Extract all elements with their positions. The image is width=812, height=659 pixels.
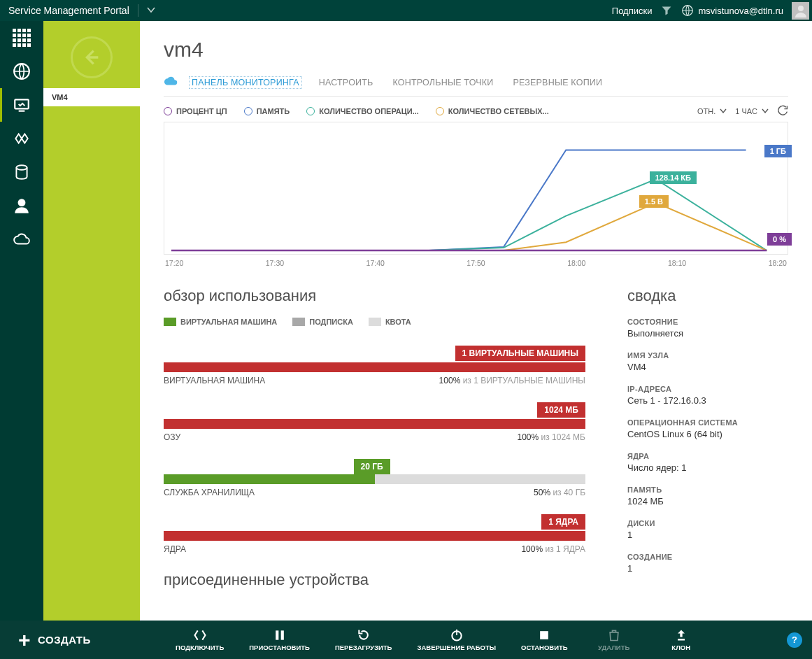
summary-label: ОПЕРАЦИОННАЯ СИСТЕМА xyxy=(627,418,788,427)
user-email[interactable]: msvistunova@dtln.ru xyxy=(698,6,783,16)
axis-tick: 18:20 xyxy=(769,259,787,267)
dot-icon xyxy=(164,107,172,115)
metric-cpu[interactable]: ПРОЦЕНТ ЦП xyxy=(164,107,227,115)
legend-label: ВИРТУАЛЬНАЯ МАШИНА xyxy=(180,318,277,326)
cmd-label: УДАЛИТЬ xyxy=(598,644,629,651)
subscriptions-link[interactable]: Подписки xyxy=(612,6,653,16)
summary-value: 1 xyxy=(627,563,788,574)
back-button[interactable] xyxy=(71,36,113,78)
restart-icon xyxy=(357,628,371,642)
svg-rect-8 xyxy=(280,630,283,639)
cmd-shutdown[interactable]: ЗАВЕРШЕНИЕ РАБОТЫ xyxy=(417,628,496,651)
dot-icon xyxy=(306,107,315,115)
tab-checkpoints[interactable]: КОНТРОЛЬНЫЕ ТОЧКИ xyxy=(392,78,493,87)
app-title: Service Management Portal xyxy=(8,5,129,16)
summary-item: ОПЕРАЦИОННАЯ СИСТЕМА CentOS Linux 6 (64 … xyxy=(627,418,788,439)
usage-bar xyxy=(164,531,585,541)
metric-label: КОЛИЧЕСТВО СЕТЕВЫХ... xyxy=(448,107,549,115)
legend-label: ПОДПИСКА xyxy=(309,318,353,326)
delete-icon xyxy=(607,628,621,642)
chart-badge-memory: 1 ГБ xyxy=(764,145,792,157)
summary-item: IP-АДРЕСА Сеть 1 - 172.16.0.3 xyxy=(627,385,788,406)
clone-icon xyxy=(674,628,688,642)
cmd-connect[interactable]: ПОДКЛЮЧИТЬ xyxy=(176,628,224,651)
usage-block: 1 ЯДРА ЯДРА 100% из 1 ЯДРА xyxy=(164,514,585,554)
summary-value: VM4 xyxy=(627,362,788,372)
summary-label: СОЗДАНИЕ xyxy=(627,553,788,561)
axis-tick: 17:50 xyxy=(466,259,485,267)
metric-label: ПАМЯТЬ xyxy=(257,107,290,115)
usage-bar-segment xyxy=(164,419,585,429)
dot-icon xyxy=(436,107,444,115)
metric-net[interactable]: КОЛИЧЕСТВО СЕТЕВЫХ... xyxy=(436,107,549,115)
nav-globe-icon[interactable] xyxy=(0,55,43,88)
nav-cloud-icon[interactable] xyxy=(0,222,43,256)
cmd-restart[interactable]: ПЕРЕЗАГРУЗИТЬ xyxy=(335,628,392,651)
tab-configure[interactable]: НАСТРОИТЬ xyxy=(319,78,373,87)
summary-value: Число ядер: 1 xyxy=(627,462,788,473)
globe-icon[interactable] xyxy=(680,3,695,18)
create-button[interactable]: + СОЗДАТЬ xyxy=(18,630,91,651)
summary-item: ЯДРА Число ядер: 1 xyxy=(627,452,788,473)
summary-item: ДИСКИ 1 xyxy=(627,519,788,540)
metric-memory[interactable]: ПАМЯТЬ xyxy=(244,107,290,115)
metric-ops[interactable]: КОЛИЧЕСТВО ОПЕРАЦИ... xyxy=(306,107,419,115)
tab-backups[interactable]: РЕЗЕРВНЫЕ КОПИИ xyxy=(513,78,603,87)
nav-all-icon[interactable] xyxy=(0,21,43,55)
chart-refresh-icon[interactable] xyxy=(777,105,788,118)
summary-value: 1 xyxy=(627,530,788,540)
cmd-delete: УДАЛИТЬ xyxy=(593,628,635,651)
chart-badge-cpu: 0 % xyxy=(767,233,792,246)
svg-rect-10 xyxy=(456,629,457,635)
pause-icon xyxy=(273,628,287,642)
axis-tick: 18:00 xyxy=(567,259,585,267)
summary-value: CentOS Linux 6 (64 bit) xyxy=(627,429,788,439)
cmd-pause[interactable]: ПРИОСТАНОВИТЬ xyxy=(249,628,310,651)
create-label: СОЗДАТЬ xyxy=(38,634,91,646)
tab-monitoring[interactable]: ПАНЕЛЬ МОНИТОРИНГА xyxy=(189,76,302,89)
usage-amount: 100% из 1 ЯДРА xyxy=(521,544,585,554)
nav-network-icon[interactable] xyxy=(0,122,43,155)
swatch-icon xyxy=(292,318,305,326)
cmd-label: ОСТАНОВИТЬ xyxy=(521,644,568,651)
chart-range-select[interactable]: 1 ЧАС xyxy=(735,107,769,115)
usage-bar xyxy=(164,362,585,372)
swatch-icon xyxy=(369,318,381,326)
usage-amount: 100% из 1 ВИРТУАЛЬНЫЕ МАШИНЫ xyxy=(439,376,585,385)
connect-icon xyxy=(193,628,207,642)
usage-name: ЯДРА xyxy=(164,544,186,554)
usage-block: 1024 МБ ОЗУ 100% из 1024 МБ xyxy=(164,402,585,442)
summary-item: ИМЯ УЗЛА VM4 xyxy=(627,351,788,372)
help-icon[interactable]: ? xyxy=(787,632,802,648)
axis-tick: 17:40 xyxy=(366,259,385,267)
usage-bar-segment xyxy=(164,362,585,372)
nav-vm-icon[interactable] xyxy=(0,88,43,122)
cmd-label: ПОДКЛЮЧИТЬ xyxy=(176,644,224,651)
usage-amount: 100% из 1024 МБ xyxy=(518,432,585,442)
usage-badge: 20 ГБ xyxy=(354,459,390,474)
main-content: vm4 ПАНЕЛЬ МОНИТОРИНГА НАСТРОИТЬ КОНТРОЛ… xyxy=(140,21,812,621)
summary-label: ПАМЯТЬ xyxy=(627,486,788,494)
cmd-stop[interactable]: ОСТАНОВИТЬ xyxy=(521,628,568,651)
nav-database-icon[interactable] xyxy=(0,155,43,189)
svg-point-6 xyxy=(18,199,26,206)
usage-badge: 1 ЯДРА xyxy=(541,514,585,530)
filter-icon[interactable] xyxy=(659,3,674,18)
svg-point-1 xyxy=(798,6,804,11)
chart-x-axis: 17:20 17:30 17:40 17:50 18:00 18:10 18:2… xyxy=(164,259,788,267)
axis-tick: 17:30 xyxy=(266,259,284,267)
summary-item: СОСТОЯНИЕ Выполняется xyxy=(627,318,788,339)
attached-section-title: присоединенные устройства xyxy=(164,571,585,589)
metrics-chart[interactable]: 1 ГБ 128.14 КБ 1.5 В 0 % xyxy=(164,122,788,255)
side-vm-item[interactable]: VM4 xyxy=(43,88,140,106)
usage-name: ВИРТУАЛЬНАЯ МАШИНА xyxy=(164,376,265,385)
nav-user-icon[interactable] xyxy=(0,189,43,222)
topbar: Service Management Portal Подписки msvis… xyxy=(0,0,812,21)
avatar[interactable] xyxy=(792,2,809,20)
cmd-label: ПРИОСТАНОВИТЬ xyxy=(249,644,310,651)
title-dropdown-icon[interactable] xyxy=(147,6,155,15)
dot-icon xyxy=(244,107,252,115)
shutdown-icon xyxy=(450,628,464,642)
chart-mode-select[interactable]: ОТН. xyxy=(697,107,727,115)
cmd-clone[interactable]: КЛОН xyxy=(660,628,702,651)
